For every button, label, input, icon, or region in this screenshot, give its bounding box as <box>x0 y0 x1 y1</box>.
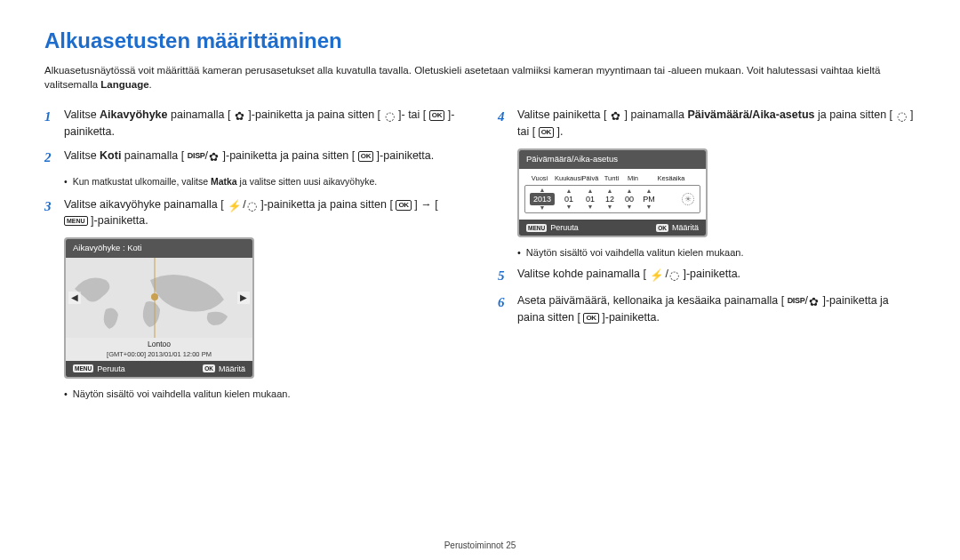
flower-icon: ✿ <box>235 109 244 124</box>
dst-toggle[interactable]: ☀ <box>659 193 698 205</box>
datetime-cancel[interactable]: MENU Peruuta <box>526 222 579 233</box>
flash-icon: ⚡ <box>228 199 242 214</box>
step-4: 4 Valitse painiketta [ ✿ ] painamalla Pä… <box>498 108 916 140</box>
map-prev-icon[interactable]: ◀ <box>68 292 81 304</box>
timer-icon: ◌ <box>669 268 679 284</box>
hour-stepper[interactable]: ▲12▼ <box>600 188 620 210</box>
ok-icon: OK <box>203 364 215 372</box>
ok-icon: OK <box>539 127 554 138</box>
step-1: 1 Valitse Aikavyöhyke painamalla [ ✿ ]-p… <box>44 108 462 140</box>
ok-icon: OK <box>429 110 444 121</box>
menu-icon: MENU <box>73 364 93 372</box>
step-5: 5 Valitse kohde painamalla [ ⚡/◌ ]-paini… <box>498 267 916 284</box>
sun-icon: ☀ <box>682 193 694 205</box>
page-title: Alkuasetusten määrittäminen <box>44 27 916 55</box>
chevron-down-icon: ▼ <box>540 205 546 211</box>
year-stepper[interactable]: ▲ 2013 ▼ <box>527 188 557 211</box>
timer-icon: ◌ <box>897 109 907 124</box>
menu-icon: MENU <box>64 216 88 226</box>
timezone-cancel[interactable]: MENU Peruuta <box>73 364 125 374</box>
note-left: Näytön sisältö voi vaihdella valitun kie… <box>64 388 462 401</box>
intro-text: Alkuasetusnäytössä voit määrittää kamera… <box>44 64 916 92</box>
note-right: Näytön sisältö voi vaihdella valitun kie… <box>517 246 916 260</box>
timer-icon: ◌ <box>385 109 395 124</box>
datetime-confirm[interactable]: OK Määritä <box>656 222 699 233</box>
flower-icon: ✿ <box>611 109 620 124</box>
ok-icon: OK <box>583 313 598 324</box>
ok-icon: OK <box>396 200 411 211</box>
ok-icon: OK <box>656 224 668 232</box>
menu-icon: MENU <box>526 224 547 232</box>
timezone-city: Lontoo <box>66 340 252 349</box>
month-stepper[interactable]: ▲01▼ <box>557 188 580 210</box>
timezone-header: Aikavyöhyke : Koti <box>66 239 252 258</box>
flower-icon: ✿ <box>809 295 819 310</box>
step-3: 3 Valitse aikavyöhyke painamalla [ ⚡/◌ ]… <box>44 197 462 229</box>
datetime-header: Päivämäärä/Aika-asetus <box>519 150 706 169</box>
step-2: 2 Valitse Koti painamalla [ DISP/✿ ]-pai… <box>44 148 462 166</box>
timezone-detail: [GMT+00:00] 2013/01/01 12:00 PM <box>66 350 252 359</box>
step-6: 6 Aseta päivämäärä, kellonaika ja kesäai… <box>498 293 916 325</box>
flower-icon: ✿ <box>209 150 219 165</box>
flash-icon: ⚡ <box>650 268 664 284</box>
timezone-confirm[interactable]: OK Määritä <box>203 364 245 374</box>
datetime-screenshot: Päivämäärä/Aika-asetus Vuosi Kuukausi Pä… <box>517 148 708 237</box>
disp-icon: DISP <box>788 296 805 305</box>
timezone-screenshot: Aikavyöhyke : Koti ◀ ▶ <box>64 237 254 379</box>
step-2-sub: Kun matkustat ulkomaille, valitse Matka … <box>64 175 462 188</box>
timer-icon: ◌ <box>247 199 257 214</box>
datetime-labels: Vuosi Kuukausi Päivä Tunti Min Kesäaika <box>524 174 700 183</box>
world-map: ◀ ▶ <box>66 258 252 338</box>
datetime-row: ▲ 2013 ▼ ▲01▼ ▲01▼ ▲12▼ ▲00▼ <box>524 185 700 213</box>
ampm-stepper[interactable]: ▲PM▼ <box>639 188 659 210</box>
map-next-icon[interactable]: ▶ <box>237 292 250 304</box>
ok-icon: OK <box>358 151 373 162</box>
page-footer: Perustoiminnot 25 <box>0 540 960 552</box>
minute-stepper[interactable]: ▲00▼ <box>620 188 639 210</box>
disp-icon: DISP <box>188 151 205 160</box>
svg-point-2 <box>151 293 158 300</box>
day-stepper[interactable]: ▲01▼ <box>580 188 600 210</box>
